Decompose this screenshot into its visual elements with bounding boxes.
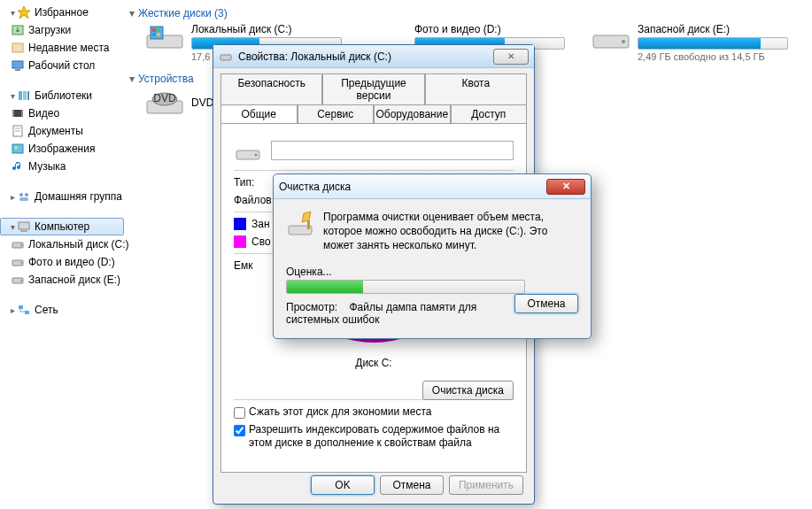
apply-button[interactable]: Применить — [449, 475, 523, 495]
svg-point-15 — [15, 147, 18, 150]
homegroup-icon — [17, 189, 31, 204]
progress-bar — [286, 280, 525, 294]
tab-general[interactable]: Общие — [220, 104, 298, 123]
svg-point-42 — [255, 154, 258, 157]
desktop-icon — [11, 58, 25, 73]
dvd-icon: DVD — [145, 89, 184, 117]
ok-button[interactable]: OK — [311, 475, 375, 495]
cleanup-titlebar[interactable]: Очистка диска ✕ — [274, 174, 591, 199]
music-icon — [11, 159, 25, 174]
drive-icon — [592, 23, 630, 51]
sidebar-item-music[interactable]: Музыка — [0, 158, 124, 175]
svg-rect-40 — [220, 55, 231, 60]
sidebar-item-pictures[interactable]: Изображения — [0, 140, 124, 158]
sidebar-item-video[interactable]: Видео — [0, 104, 124, 122]
recent-icon — [11, 41, 25, 55]
cleanup-message: Программа очистки оценивает объем места,… — [323, 210, 578, 253]
downloads-icon — [11, 23, 25, 37]
svg-point-36 — [622, 40, 625, 43]
assess-label: Оценка... — [286, 266, 578, 278]
tab-tools[interactable]: Сервис — [298, 104, 375, 123]
disk-cleanup-button[interactable]: Очистка диска — [422, 381, 514, 400]
close-button[interactable]: ✕ — [546, 179, 585, 195]
svg-point-26 — [20, 280, 22, 281]
drive-icon — [145, 23, 184, 51]
svg-rect-3 — [12, 61, 23, 68]
svg-rect-9 — [12, 110, 14, 117]
svg-rect-4 — [15, 69, 20, 71]
svg-point-22 — [20, 244, 22, 246]
svg-point-17 — [25, 193, 28, 197]
video-icon — [11, 106, 25, 120]
svg-rect-46 — [307, 220, 310, 229]
svg-rect-34 — [157, 33, 160, 36]
favorites-header[interactable]: ▾ Избранное — [0, 4, 124, 21]
tab-quota[interactable]: Квота — [425, 73, 527, 104]
network-icon — [17, 303, 31, 317]
compress-checkbox[interactable] — [234, 407, 245, 419]
cancel-button[interactable]: Отмена — [514, 294, 578, 313]
svg-rect-33 — [152, 33, 156, 36]
navigation-pane: ▾ Избранное Загрузки Недавние места Рабо… — [0, 0, 124, 509]
free-space-color-icon — [234, 235, 246, 248]
used-space-color-icon — [234, 218, 246, 230]
svg-rect-2 — [12, 43, 23, 52]
disk-label: Диск C: — [355, 357, 391, 369]
hdd-section-header[interactable]: ▾ Жесткие диски (3) — [129, 7, 807, 19]
svg-text:DVD: DVD — [153, 92, 176, 104]
cleanup-icon — [286, 210, 314, 238]
drive-e[interactable]: Запасной диск (E:) 2,49 ГБ свободно из 1… — [592, 23, 788, 62]
svg-rect-5 — [19, 91, 22, 100]
tab-hardware[interactable]: Оборудование — [374, 104, 451, 123]
libraries-icon — [17, 89, 31, 103]
tab-sharing[interactable]: Доступ — [451, 104, 528, 123]
svg-rect-20 — [20, 230, 27, 232]
svg-rect-19 — [19, 222, 29, 229]
sidebar-item-recent[interactable]: Недавние места — [0, 39, 124, 57]
svg-rect-6 — [23, 91, 27, 100]
drive-icon — [11, 255, 25, 269]
svg-rect-31 — [152, 28, 156, 32]
svg-point-16 — [19, 193, 23, 197]
tab-security[interactable]: Безопасность — [220, 73, 322, 104]
sidebar-item-desktop[interactable]: Рабочий стол — [0, 57, 124, 74]
disk-cleanup-dialog: Очистка диска ✕ Программа очистки оценив… — [273, 174, 592, 339]
svg-rect-14 — [12, 144, 23, 153]
drive-icon — [219, 50, 233, 64]
sidebar-item-documents[interactable]: Документы — [0, 122, 124, 140]
volume-label-input[interactable] — [271, 141, 514, 160]
properties-titlebar[interactable]: Свойства: Локальный диск (C:) ✕ — [213, 45, 534, 68]
sidebar-item-downloads[interactable]: Загрузки — [0, 21, 124, 39]
close-button[interactable]: ✕ — [493, 49, 529, 65]
drive-icon — [11, 237, 25, 251]
computer-icon — [17, 220, 31, 234]
sidebar-drive-d[interactable]: Фото и видео (D:) — [0, 253, 124, 271]
svg-rect-7 — [27, 91, 29, 100]
tab-previous-versions[interactable]: Предыдущие версии — [322, 73, 424, 104]
index-checkbox[interactable] — [234, 425, 245, 436]
svg-marker-0 — [18, 6, 30, 19]
sidebar-drive-c[interactable]: Локальный диск (C:) — [0, 235, 124, 253]
favorites-label: Избранное — [35, 6, 89, 19]
documents-icon — [11, 124, 25, 138]
drive-usage-bar — [638, 37, 788, 50]
drive-icon — [11, 273, 25, 287]
drive-icon — [234, 136, 262, 165]
cancel-button[interactable]: Отмена — [380, 475, 444, 495]
svg-point-24 — [20, 262, 22, 264]
sidebar-item-network[interactable]: ▸ Сеть — [0, 301, 124, 319]
svg-rect-32 — [157, 28, 160, 32]
star-icon — [17, 5, 31, 19]
sidebar-item-homegroup[interactable]: ▸ Домашняя группа — [0, 188, 124, 205]
svg-rect-27 — [19, 305, 23, 309]
svg-rect-18 — [19, 197, 28, 201]
pictures-icon — [11, 142, 25, 156]
sidebar-drive-e[interactable]: Запасной диск (E:) — [0, 271, 124, 289]
svg-rect-10 — [21, 110, 23, 117]
libraries-header[interactable]: ▾ Библиотеки — [0, 87, 124, 104]
sidebar-item-computer[interactable]: ▾ Компьютер — [0, 218, 124, 235]
